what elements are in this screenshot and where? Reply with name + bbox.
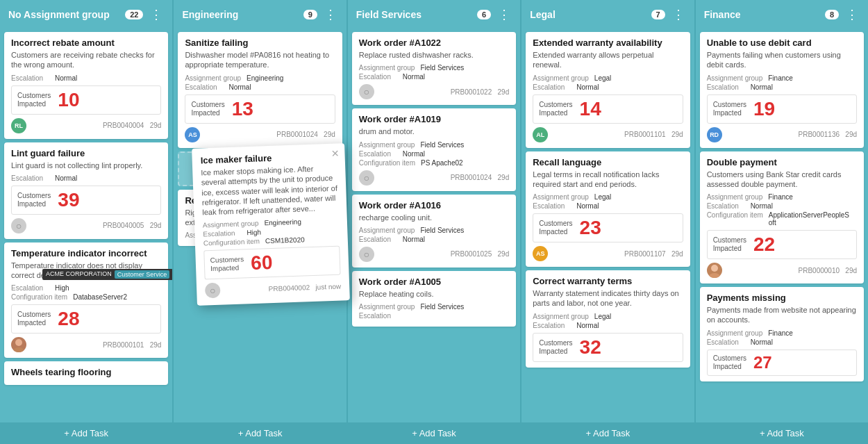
prb-id: PRB0001136 29d xyxy=(799,131,858,138)
col-body-field-services: Work order #A1022 Replace rusted dishwas… xyxy=(348,29,520,422)
card-desc: drum and motor. xyxy=(359,126,509,136)
impact-box: CustomersImpacted 27 xyxy=(707,350,857,376)
card-sanitize[interactable]: Sanitize failing Dishwasher model #PA081… xyxy=(178,32,342,148)
escalation-label: Escalation xyxy=(11,174,49,182)
assignment-value: Field Services xyxy=(420,141,464,149)
col-menu-legal[interactable]: ⋮ xyxy=(669,7,687,22)
card-double-payment[interactable]: Double payment Customers using Bank Star… xyxy=(700,151,864,284)
add-task-field-services[interactable]: + Add Task xyxy=(348,422,520,444)
col-badge-finance: 8 xyxy=(825,10,839,19)
config-value: ApplicationServerPeopleSoft xyxy=(769,211,849,227)
col-body-finance: Unable to use debit card Payments failin… xyxy=(696,29,868,422)
col-menu-finance[interactable]: ⋮ xyxy=(843,7,861,22)
card-workorder-a1022[interactable]: Work order #A1022 Replace rusted dishwas… xyxy=(352,32,516,105)
avatar xyxy=(11,337,26,352)
tooltip: ACME CORPORATION Customer Service xyxy=(42,269,172,280)
card-desc: Dishwasher model #PA0816 not heating to … xyxy=(185,50,335,70)
floating-card-desc: Ice maker stops making ice. After severa… xyxy=(201,163,338,217)
col-menu-no-assignment[interactable]: ⋮ xyxy=(147,7,165,22)
escalation-value: Normal xyxy=(403,73,425,81)
card-footer: RD PRB0001136 29d xyxy=(707,127,857,142)
escalation-label: Escalation xyxy=(707,338,745,346)
impact-box: CustomersImpacted 23 xyxy=(533,213,683,242)
assignment-value: Engineering xyxy=(264,218,301,227)
card-title: Work order #A1019 xyxy=(359,114,509,124)
escalation-label: Escalation xyxy=(185,83,223,91)
svg-point-0 xyxy=(15,339,22,346)
escalation-value: Normal xyxy=(403,236,425,243)
card-title: Work order #A1016 xyxy=(359,200,509,211)
col-title-field-services: Field Services xyxy=(356,9,473,20)
card-lint-guard[interactable]: Lint guard failure Lint guard is not col… xyxy=(4,142,168,239)
card-incorrect-rebate[interactable]: Incorrect rebate amount Customers are re… xyxy=(4,32,168,139)
card-debit-card[interactable]: Unable to use debit card Payments failin… xyxy=(700,32,864,148)
escalation-label: Escalation xyxy=(533,322,571,329)
card-desc: recharge cooling unit. xyxy=(359,213,509,222)
card-temp-indicator[interactable]: Temperature indicator incorrect Temperat… xyxy=(4,242,168,359)
col-body-legal: Extended warranty availability Extended … xyxy=(521,29,694,422)
impact-label: CustomersImpacted xyxy=(713,236,746,253)
prb-id: PRB0040004 29d xyxy=(103,122,162,129)
col-menu-field-services[interactable]: ⋮ xyxy=(495,7,513,22)
card-desc: Customers using Bank Star credit cards a… xyxy=(707,170,857,190)
escalation-value: Normal xyxy=(751,202,773,210)
col-title-legal: Legal xyxy=(530,9,646,20)
assignment-value: Finance xyxy=(768,329,793,337)
assignment-label: Assignment group xyxy=(533,193,589,201)
card-desc: Customers are receiving rebate checks fo… xyxy=(11,50,161,70)
card-title: Work order #A1022 xyxy=(359,38,509,48)
avatar: ○ xyxy=(205,283,221,299)
avatar: AS xyxy=(533,246,548,261)
card-workorder-a1016[interactable]: Work order #A1016 recharge cooling unit.… xyxy=(352,195,516,268)
assignment-label: Assignment group xyxy=(203,220,259,229)
card-extended-warranty[interactable]: Extended warranty availability Extended … xyxy=(526,32,690,148)
prb-id: PRB0001024 29d xyxy=(276,131,335,138)
impact-box: CustomersImpacted 39 xyxy=(11,186,161,215)
assignment-label: Assignment group xyxy=(359,303,415,311)
card-title: Incorrect rebate amount xyxy=(11,38,161,48)
assignment-label: Assignment group xyxy=(707,329,763,337)
card-wheels[interactable]: Wheels tearing flooring xyxy=(4,361,168,385)
prb-id: PRB0001107 29d xyxy=(624,250,683,258)
card-workorder-a1019[interactable]: Work order #A1019 drum and motor. Assign… xyxy=(352,108,516,190)
config-label: Configuration item xyxy=(11,293,67,301)
avatar: ○ xyxy=(11,218,26,233)
col-body-no-assignment: Incorrect rebate amount Customers are re… xyxy=(0,29,172,422)
card-title: Correct warranty terms xyxy=(533,276,683,286)
col-title-no-assignment: No Assignment group xyxy=(8,9,121,20)
avatar: ○ xyxy=(359,84,374,99)
card-footer: ○ PRB0001022 29d xyxy=(359,84,509,99)
column-no-assignment: No Assignment group 22 ⋮ Incorrect rebat… xyxy=(0,0,174,444)
avatar xyxy=(707,263,722,278)
card-workorder-a1005[interactable]: Work order #A1005 Replace heating coils.… xyxy=(352,271,516,327)
assignment-value: Legal xyxy=(594,74,611,82)
add-task-no-assignment[interactable]: + Add Task xyxy=(0,422,172,444)
add-task-finance[interactable]: + Add Task xyxy=(696,422,868,444)
prb-id: PRB0001101 29d xyxy=(624,131,683,138)
escalation-value: Normal xyxy=(55,174,77,182)
assignment-label: Assignment group xyxy=(359,64,415,72)
card-footer: ○ PRB0040002 just now xyxy=(205,279,342,299)
col-badge-engineering: 9 xyxy=(303,10,317,19)
card-correct-warranty[interactable]: Correct warranty terms Warranty statemen… xyxy=(526,270,690,368)
impact-box: CustomersImpacted 19 xyxy=(707,94,857,124)
col-menu-engineering[interactable]: ⋮ xyxy=(322,7,340,22)
assignment-value: Field Services xyxy=(420,64,464,72)
card-footer: AS PRB0001024 29d xyxy=(185,127,335,142)
card-payments-missing[interactable]: Payments missing Payments made from webs… xyxy=(700,287,864,381)
card-title: Extended warranty availability xyxy=(533,38,683,48)
card-title: Wheels tearing flooring xyxy=(11,367,161,377)
tooltip-text2: Customer Service xyxy=(115,270,170,279)
card-footer: RL PRB0040004 29d xyxy=(11,118,161,133)
config-value: PS Apache02 xyxy=(421,159,463,167)
close-icon[interactable]: ✕ xyxy=(331,148,340,159)
floating-card-ice-maker[interactable]: ✕ Ice maker failure Ice maker stops maki… xyxy=(192,143,350,306)
escalation-value: Normal xyxy=(576,202,599,210)
escalation-label: Escalation xyxy=(707,202,745,210)
impact-label: CustomersImpacted xyxy=(713,101,746,117)
prb-id: PRB0040002 just now xyxy=(269,283,342,293)
impact-label: CustomersImpacted xyxy=(17,92,51,108)
add-task-legal[interactable]: + Add Task xyxy=(521,422,694,444)
card-recall-language[interactable]: Recall language Legal terms in recall no… xyxy=(526,151,690,268)
add-task-engineering[interactable]: + Add Task xyxy=(174,422,346,444)
